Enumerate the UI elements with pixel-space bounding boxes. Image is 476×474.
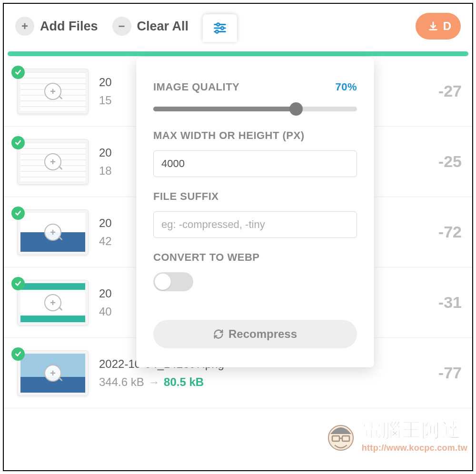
max-dim-input[interactable] [153,150,357,177]
file-size-new: 80.5 kB [164,375,204,388]
clear-all-label: Clear All [137,19,189,34]
suffix-label: FILE SUFFIX [153,190,357,203]
svg-rect-8 [342,436,349,441]
reduction-percent: -72 [438,223,464,241]
file-sizes: 344.6 kB → 80.5 kB [99,375,224,389]
suffix-input[interactable] [153,211,357,238]
svg-point-3 [221,27,224,30]
download-button[interactable]: D [416,13,461,40]
file-size: 18 [99,164,112,178]
mascot-icon [324,418,358,452]
reduction-percent: -31 [438,293,464,312]
slider-thumb[interactable] [289,102,303,116]
clear-all-button[interactable]: − Clear All [112,17,189,36]
zoom-icon: + [44,365,61,382]
zoom-icon: + [44,83,61,100]
svg-point-1 [217,23,219,26]
svg-point-5 [216,30,218,33]
check-icon [11,207,25,220]
arrow-icon: → [148,375,159,388]
file-size-old: 344.6 kB [99,375,144,388]
svg-point-6 [328,425,353,450]
file-size: 42 [99,235,112,248]
zoom-icon: + [44,294,61,311]
reduction-percent: -25 [438,152,464,171]
webp-toggle[interactable] [153,272,193,291]
thumbnail[interactable]: + [17,209,89,255]
watermark-title: 電腦王阿達 [362,417,467,443]
check-icon [11,347,25,361]
settings-popover: IMAGE QUALITY 70% MAX WIDTH OR HEIGHT (P… [136,57,374,367]
recompress-label: Recompress [228,327,297,341]
sliders-icon [213,21,227,35]
thumbnail[interactable]: + [17,69,89,114]
file-size: 15 [99,94,112,107]
reduction-percent: -77 [438,364,464,382]
plus-icon: + [15,17,34,36]
minus-icon: − [112,17,131,36]
check-icon [11,66,25,79]
add-files-label: Add Files [40,19,98,34]
watermark-url: http://www.kocpc.com.tw [362,443,467,453]
svg-rect-7 [332,436,339,441]
zoom-icon: + [44,224,61,241]
recompress-button[interactable]: Recompress [153,320,357,348]
webp-label: CONVERT TO WEBP [153,251,357,264]
thumbnail[interactable]: + [17,280,89,326]
file-name: 20 [99,217,112,230]
quality-label-row: IMAGE QUALITY 70% [153,81,357,93]
thumbnail[interactable]: + [17,350,89,396]
download-label: D [443,20,451,33]
watermark: 電腦王阿達 http://www.kocpc.com.tw [324,417,467,453]
reduction-percent: -27 [438,82,464,100]
check-icon [11,277,25,290]
quality-value: 70% [335,81,357,93]
quality-label: IMAGE QUALITY [153,81,239,93]
toolbar: + Add Files − Clear All D [4,4,472,51]
download-icon [428,21,438,31]
file-name: 20 [99,287,112,300]
file-size: 40 [99,305,112,318]
progress-bar [8,51,468,56]
thumbnail[interactable]: + [17,139,89,185]
quality-slider[interactable] [153,102,357,116]
check-icon [11,136,25,149]
add-files-button[interactable]: + Add Files [15,17,98,36]
file-name: 20 [99,76,112,89]
max-dim-label: MAX WIDTH OR HEIGHT (PX) [153,129,357,142]
refresh-icon [213,329,224,339]
zoom-icon: + [44,153,61,170]
settings-button[interactable] [203,14,237,42]
file-name: 20 [99,146,112,159]
